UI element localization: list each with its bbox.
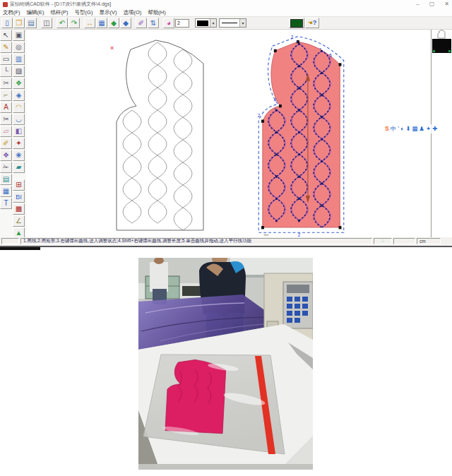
region-fill-tool[interactable]: ◈ <box>13 90 25 101</box>
rectangle-tool[interactable]: ▭ <box>0 54 12 65</box>
curve-tool[interactable]: ◠ <box>13 102 25 113</box>
fill-bucket-button[interactable]: ◆ <box>108 18 119 28</box>
zigzag-tool-icon: ▨ <box>16 68 22 75</box>
display-toggle-button[interactable] <box>289 18 304 28</box>
new-document-icon: ▯ <box>5 20 9 27</box>
stamp-rect-tool[interactable]: ⊞ <box>13 179 25 191</box>
scissors-tool[interactable]: ✂ <box>0 114 12 125</box>
watering-fill-tool[interactable]: ❖ <box>13 78 25 89</box>
pour-color-button[interactable]: ◆ <box>120 18 131 28</box>
sogou-logo-icon[interactable]: S <box>385 126 389 132</box>
color-wheel-button[interactable]: ◕ <box>163 18 174 28</box>
measure-tool[interactable]: ⌐ <box>0 90 12 101</box>
scissors-tool-icon: ✂ <box>3 116 8 123</box>
minimize-button[interactable]: – <box>416 0 419 8</box>
eraser-tool[interactable]: ▱ <box>0 126 12 137</box>
redo-button[interactable]: ↷ <box>69 18 80 28</box>
pencil-tool[interactable]: ✎ <box>0 42 12 53</box>
menu-size[interactable]: 号型(G) <box>75 9 93 16</box>
menu-file[interactable]: 文档(F) <box>3 9 20 16</box>
window-title: 富怡绗绣CAD软件 - [D:\T设计\量绣文件\4.dgs] <box>10 1 111 8</box>
cut-line-tool-icon: ✂ <box>3 80 8 87</box>
pattern-outline-vest[interactable] <box>115 40 206 232</box>
stitch-pen-tool[interactable]: ✐ <box>0 138 12 149</box>
open-file-button[interactable]: ❒ <box>13 18 25 28</box>
zigzag-tool[interactable]: ▨ <box>13 66 25 77</box>
pattern-block-tool[interactable]: ▩ <box>13 203 25 215</box>
sewing-machine-tool[interactable]: ▥ <box>13 54 25 65</box>
slot-dot <box>433 50 435 52</box>
frame-tool[interactable]: ▣ <box>13 30 25 41</box>
trim-tool[interactable]: ✁ <box>0 162 12 173</box>
status-box-empty2 <box>393 238 415 244</box>
stamp-tool-icon: ◧ <box>16 128 22 135</box>
text-t-tool[interactable]: T <box>0 198 12 209</box>
menu-pattern[interactable]: 纸样(P) <box>51 9 69 16</box>
arc-tool[interactable]: ◡ <box>13 114 25 125</box>
tape-ruler-tool[interactable]: ▤ <box>0 174 12 185</box>
chevron-down-icon: ▾ <box>210 19 216 27</box>
emoji-panel-icon[interactable]: ▦ <box>412 126 417 132</box>
stitch-count-input[interactable] <box>175 19 189 28</box>
point-label: 5 <box>329 53 332 58</box>
design-canvas[interactable]: × <box>26 30 431 237</box>
text-a-tool[interactable]: A <box>0 102 12 113</box>
pattern-move-tool[interactable]: ❖ <box>0 150 12 161</box>
stitch-settings-button[interactable]: ⇅ <box>148 18 159 28</box>
screenshot-root: 富怡绗绣CAD软件 - [D:\T设计\量绣文件\4.dgs] – ▢ ✕ 文档… <box>0 0 452 476</box>
help-button[interactable]: ☚? <box>305 18 319 28</box>
menu-view[interactable]: 显示(V) <box>99 9 117 16</box>
brush2-tool[interactable]: ✦ <box>13 138 25 149</box>
pattern-slot-selected[interactable] <box>432 39 451 53</box>
arc-tool-icon: ◡ <box>16 116 22 123</box>
undo-icon: ↶ <box>59 20 65 27</box>
photo-scene <box>138 258 313 470</box>
mic-icon[interactable]: ⬇ <box>405 126 410 132</box>
pattern-block-tool-icon: ▩ <box>16 206 22 213</box>
bi-align-tool[interactable]: BI <box>13 191 25 203</box>
half-shape-icon[interactable]: ◐ <box>400 126 404 132</box>
hoop-tool[interactable]: ◎ <box>13 42 25 53</box>
ruler-tool[interactable]: ∠ <box>13 215 25 227</box>
toolbox-icon[interactable]: ✚ <box>432 126 437 132</box>
select-tool[interactable]: ↖ <box>0 30 12 41</box>
app-icon <box>3 2 8 7</box>
chevron-down-icon: ▾ <box>239 19 246 27</box>
stitch-settings-icon: ⇅ <box>150 20 156 27</box>
maximize-button[interactable]: ▢ <box>429 0 435 8</box>
stamp-rect-tool-icon: ⊞ <box>16 182 21 189</box>
point-label: 2 <box>291 35 294 40</box>
brush-button[interactable]: ✐ <box>136 18 147 28</box>
save-file-button[interactable]: ▤ <box>25 18 37 28</box>
menu-edit[interactable]: 编辑(E) <box>27 9 44 16</box>
pattern-move-tool-icon: ❖ <box>3 152 9 159</box>
tool-palette: ↖ ✎ ▭ └ ✂ ⌐ A ✂ ▱ ✐ ❖ ✁ ▤ ▦ T ▣ ◎ ▥ ▨ ❖ … <box>0 30 26 238</box>
menu-help[interactable]: 帮助(H) <box>148 9 165 16</box>
text-t-tool-icon: T <box>4 200 8 207</box>
brush-icon: ✐ <box>138 20 144 27</box>
undo-button[interactable]: ↶ <box>56 18 68 28</box>
chinese-mode-icon[interactable]: 中 <box>391 126 397 132</box>
menu-options[interactable]: 选项(O) <box>123 9 141 16</box>
line-style-dropdown[interactable]: ▾ <box>219 18 246 28</box>
status-grid-icon: ⁘ <box>374 238 392 244</box>
grid-block-tool[interactable]: ▦ <box>0 186 12 197</box>
stamp-tool[interactable]: ◧ <box>13 126 25 137</box>
person-icon[interactable]: ♟ <box>419 126 424 132</box>
new-document-button[interactable]: ▯ <box>1 18 13 28</box>
spray-tool[interactable]: ❀ <box>13 150 25 161</box>
close-button[interactable]: ✕ <box>444 0 449 8</box>
text-a-tool-icon: A <box>4 104 8 111</box>
measure-button[interactable]: ↔ <box>84 18 95 28</box>
skin-icon[interactable]: ✦ <box>426 126 431 132</box>
cut-line-tool[interactable]: ✂ <box>0 78 12 89</box>
swatch-tool[interactable]: ▰ <box>13 162 25 173</box>
plotter-frame-button[interactable]: ◫ <box>41 18 52 28</box>
grid-table-button[interactable]: ▦ <box>96 18 107 28</box>
green-display-icon <box>290 19 303 28</box>
help-question-icon: ? <box>313 20 317 26</box>
color-dropdown[interactable]: ▾ <box>195 18 217 28</box>
corner-line-tool[interactable]: └ <box>0 66 12 77</box>
apostrophe-icon[interactable]: ’ <box>398 126 399 132</box>
pattern-filled-vest[interactable]: ××× 2 5 4 2 2 501 <box>261 41 342 229</box>
